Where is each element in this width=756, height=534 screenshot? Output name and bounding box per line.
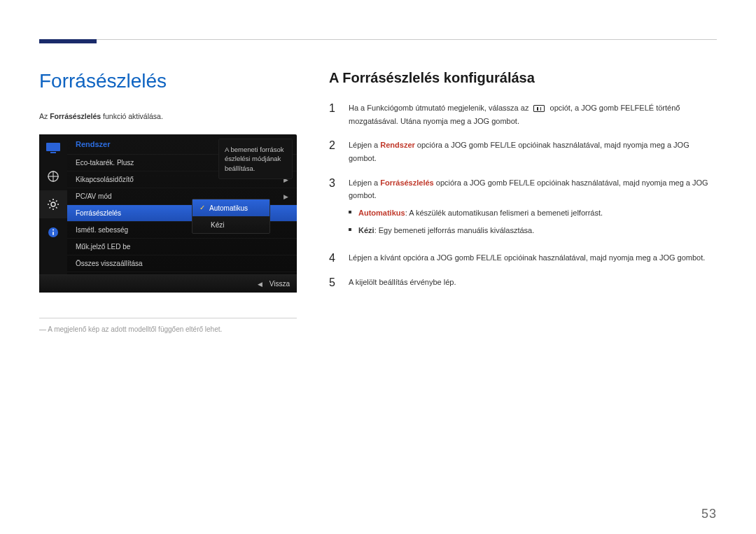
osd-item-label: Kikapcsolásidőzítő — [76, 176, 134, 183]
right-title: A Forrásészlelés konfigurálása — [329, 70, 717, 86]
svg-rect-0 — [46, 143, 60, 151]
osd-panel: Rendszer Eco-takarék. Plusz Ki Kikapcsol… — [39, 134, 297, 293]
step-number: 3 — [329, 176, 339, 240]
bullet-dot-icon — [349, 228, 351, 231]
osd-description-panel: A bemeneti források észlelési módjának b… — [218, 139, 293, 179]
step-number: 1 — [329, 101, 339, 127]
intro-prefix: Az — [39, 112, 50, 120]
step3-a: Lépjen a — [349, 178, 380, 187]
svg-line-10 — [50, 201, 51, 202]
osd-item-label: PC/AV mód — [76, 192, 112, 200]
osd-item-label: Eco-takarék. Plusz — [76, 159, 134, 167]
osd-back-label[interactable]: Vissza — [270, 280, 290, 288]
intro-text: Az Forrásészlelés funkció aktiválása. — [39, 112, 297, 120]
bullet-manual-text: : Egy bemeneti jelforrás manuális kivála… — [374, 226, 535, 234]
intro-suffix: funkció aktiválása. — [101, 112, 163, 120]
step2-a: Lépjen a — [349, 141, 380, 149]
keyword-auto: Automatikus — [358, 209, 405, 217]
step-4: 4 Lépjen a kívánt opcióra a JOG gomb FEL… — [329, 251, 717, 265]
osd-submenu-label: Kézi — [211, 221, 224, 229]
menu-icon — [533, 105, 545, 112]
step1-a: Ha a Funkciógomb útmutató megjelenik, vá… — [349, 104, 531, 112]
step-5: 5 A kijelölt beállítás érvénybe lép. — [329, 276, 717, 289]
top-accent-bar — [39, 39, 97, 43]
step-body: Lépjen a Rendszer opcióra a JOG gomb FEL… — [349, 139, 717, 164]
page-number: 53 — [701, 507, 717, 521]
svg-rect-1 — [50, 152, 56, 153]
keyword-system: Rendszer — [380, 141, 415, 149]
step-body: Lépjen a Forrásészlelés opcióra a JOG go… — [349, 176, 717, 240]
osd-item-label: Összes visszaállítása — [76, 260, 143, 267]
step-2: 2 Lépjen a Rendszer opcióra a JOG gomb F… — [329, 139, 717, 164]
bullet-body: Kézi: Egy bemeneti jelforrás manuális ki… — [358, 224, 534, 237]
step-body: A kijelölt beállítás érvénybe lép. — [349, 276, 717, 289]
svg-line-13 — [50, 207, 51, 209]
left-column: Forrásészlelés Az Forrásészlelés funkció… — [39, 70, 297, 333]
steps-list: 1 Ha a Funkciógomb útmutató megjelenik, … — [329, 101, 717, 289]
intro-bold: Forrásészlelés — [50, 112, 101, 120]
osd-submenu-manual[interactable]: Kézi — [192, 216, 270, 233]
osd-description-text: A bemeneti források észlelési módjának b… — [225, 146, 284, 172]
option-bullets: Automatikus: A készülék automatikusan fe… — [349, 206, 717, 237]
osd-item-led[interactable]: Műk.jelző LED be — [67, 239, 297, 255]
osd-submenu: ✓ Automatikus Kézi — [192, 199, 270, 234]
svg-line-11 — [56, 207, 57, 209]
osd-icon-rail — [39, 134, 67, 274]
content-columns: Forrásészlelés Az Forrásészlelés funkció… — [39, 0, 717, 333]
osd-item-label: Forrásészlelés — [76, 209, 121, 217]
keyword-manual: Kézi — [358, 226, 374, 234]
left-title: Forrásészlelés — [39, 70, 297, 92]
page: Forrásészlelés Az Forrásészlelés funkció… — [0, 0, 756, 534]
triangle-left-icon[interactable]: ◀ — [258, 281, 262, 288]
gear-icon[interactable] — [39, 190, 67, 218]
disclaimer-separator — [39, 318, 297, 318]
osd-footer: ◀ Vissza — [39, 274, 297, 293]
step-number: 4 — [329, 251, 339, 265]
bullet-body: Automatikus: A készülék automatikusan fe… — [358, 206, 603, 220]
top-rule — [39, 39, 717, 49]
info-icon[interactable] — [39, 218, 67, 246]
svg-point-5 — [51, 202, 55, 206]
step-body: Ha a Funkciógomb útmutató megjelenik, vá… — [349, 101, 717, 127]
bullet-auto-text: : A készülék automatikusan felismeri a b… — [405, 209, 603, 217]
keyword-source-detect: Forrásészlelés — [380, 178, 433, 187]
step-3: 3 Lépjen a Forrásészlelés opcióra a JOG … — [329, 176, 717, 240]
chevron-right-icon: ▶ — [284, 193, 288, 200]
step-number: 5 — [329, 276, 339, 289]
osd-inner: Rendszer Eco-takarék. Plusz Ki Kikapcsol… — [39, 134, 297, 274]
target-icon[interactable] — [39, 162, 67, 190]
step-1: 1 Ha a Funkciógomb útmutató megjelenik, … — [329, 101, 717, 127]
bullet-auto: Automatikus: A készülék automatikusan fe… — [349, 206, 717, 220]
bullet-manual: Kézi: Egy bemeneti jelforrás manuális ki… — [349, 224, 717, 237]
svg-line-12 — [56, 201, 57, 202]
monitor-icon[interactable] — [39, 134, 67, 162]
osd-item-label: Műk.jelző LED be — [76, 243, 130, 251]
svg-point-16 — [52, 230, 54, 231]
osd-item-label: Ismétl. sebesség — [76, 226, 128, 234]
right-column: A Forrásészlelés konfigurálása 1 Ha a Fu… — [329, 70, 717, 333]
disclaimer-text: A megjelenő kép az adott modelltől függő… — [39, 325, 297, 333]
step-number: 2 — [329, 139, 339, 164]
svg-rect-15 — [52, 232, 54, 235]
osd-item-reset[interactable]: Összes visszaállítása — [67, 255, 297, 272]
osd-submenu-label: Automatikus — [209, 204, 248, 212]
bullet-dot-icon — [349, 211, 351, 213]
check-icon: ✓ — [200, 204, 205, 211]
osd-submenu-auto[interactable]: ✓ Automatikus — [192, 199, 270, 216]
step-body: Lépjen a kívánt opcióra a JOG gomb FEL/L… — [349, 251, 717, 265]
